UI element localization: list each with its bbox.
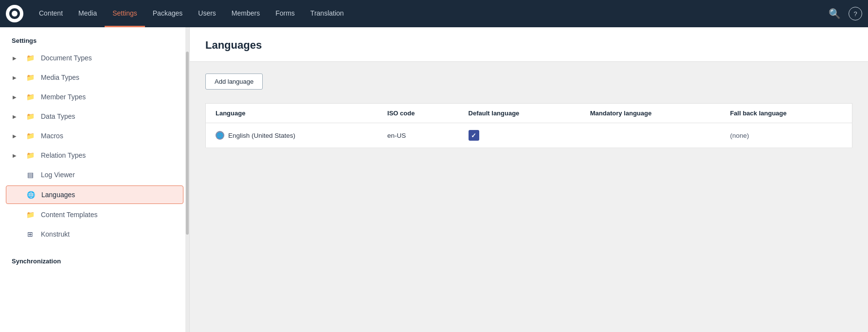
sidebar-item-relation-types[interactable]: ▶ 📁 Relation Types: [0, 146, 189, 165]
languages-table: Language ISO code Default language Manda…: [205, 103, 852, 148]
sidebar-label-languages: Languages: [41, 191, 75, 199]
sidebar-item-content-templates[interactable]: ▶ 📁 Content Templates: [0, 205, 189, 224]
sidebar-label-log-viewer: Log Viewer: [41, 171, 75, 179]
page-title: Languages: [205, 39, 852, 52]
language-name: English (United States): [228, 132, 295, 139]
table-header-row: Language ISO code Default language Manda…: [206, 104, 852, 123]
folder-icon: 📁: [25, 73, 35, 82]
folder-icon: 📁: [25, 150, 35, 160]
globe-icon: 🌐: [26, 190, 36, 200]
sync-section-title: Synchronization: [0, 248, 189, 269]
nav-item-settings[interactable]: Settings: [105, 0, 145, 27]
folder-icon: 📁: [25, 111, 35, 121]
cell-default-language: [459, 123, 580, 148]
sidebar-item-document-types[interactable]: ▶ 📁 Document Types: [0, 48, 189, 68]
content-area: Languages Add language Language ISO code…: [190, 27, 868, 332]
folder-icon: 📁: [25, 131, 35, 141]
sidebar-item-languages[interactable]: ▶ 🌐 Languages: [6, 185, 183, 204]
expand-icon: ▶: [12, 74, 18, 80]
col-fallback-language: Fall back language: [720, 104, 852, 123]
nav-item-users[interactable]: Users: [190, 0, 224, 27]
expand-icon: ▶: [12, 152, 18, 158]
sidebar-label-media-types: Media Types: [41, 74, 79, 81]
default-language-checkbox[interactable]: [469, 130, 479, 141]
sidebar-item-member-types[interactable]: ▶ 📁 Member Types: [0, 87, 189, 107]
nav-item-members[interactable]: Members: [224, 0, 268, 27]
expand-icon: ▶: [12, 94, 18, 100]
folder-icon: 📁: [25, 210, 35, 220]
sidebar-item-macros[interactable]: ▶ 📁 Macros: [0, 126, 189, 146]
content-body: Add language Language ISO code Default l…: [190, 62, 868, 160]
expand-icon: ▶: [12, 55, 18, 61]
nav-items: Content Media Settings Packages Users Me…: [31, 0, 829, 27]
help-icon[interactable]: ?: [849, 7, 862, 20]
cell-language-name: 🌐 English (United States): [206, 123, 378, 148]
sidebar-item-konstrukt[interactable]: ▶ ⊞ Konstrukt: [0, 224, 189, 244]
expand-icon: ▶: [12, 133, 18, 139]
col-mandatory-language: Mandatory language: [580, 104, 721, 123]
sidebar-label-data-types: Data Types: [41, 112, 75, 120]
col-language: Language: [206, 104, 378, 123]
sidebar-label-content-templates: Content Templates: [41, 211, 97, 219]
sidebar-label-macros: Macros: [41, 132, 63, 140]
folder-icon: 📁: [25, 92, 35, 102]
cell-fallback-language: (none): [720, 123, 852, 148]
col-iso-code: ISO code: [378, 104, 459, 123]
top-navigation: Content Media Settings Packages Users Me…: [0, 0, 868, 27]
page-header: Languages: [190, 27, 868, 62]
folder-icon: 📁: [25, 53, 35, 63]
nav-item-packages[interactable]: Packages: [145, 0, 190, 27]
expand-icon: ▶: [12, 113, 18, 119]
logo[interactable]: [6, 5, 23, 22]
sidebar-item-media-types[interactable]: ▶ 📁 Media Types: [0, 68, 189, 87]
sidebar-label-relation-types: Relation Types: [41, 151, 86, 159]
content-inner: Languages Add language Language ISO code…: [190, 27, 868, 332]
nav-item-content[interactable]: Content: [31, 0, 71, 27]
nav-item-translation[interactable]: Translation: [303, 0, 352, 27]
fallback-value: (none): [730, 132, 749, 139]
main-layout: Settings ▶ 📁 Document Types ▶ 📁 Media Ty…: [0, 27, 868, 332]
col-default-language: Default language: [459, 104, 580, 123]
sidebar: Settings ▶ 📁 Document Types ▶ 📁 Media Ty…: [0, 27, 190, 332]
sidebar-item-log-viewer[interactable]: ▶ ▤ Log Viewer: [0, 165, 189, 184]
nav-right: 🔍 ?: [829, 7, 862, 20]
cell-iso-code: en-US: [378, 123, 459, 148]
sidebar-label-konstrukt: Konstrukt: [41, 230, 70, 238]
cell-mandatory-language: [580, 123, 721, 148]
sidebar-label-member-types: Member Types: [41, 93, 86, 101]
table-row: 🌐 English (United States) en-US (none): [206, 123, 852, 148]
sidebar-item-data-types[interactable]: ▶ 📁 Data Types: [0, 107, 189, 126]
grid-icon: ⊞: [25, 229, 35, 239]
add-language-button[interactable]: Add language: [205, 74, 263, 90]
settings-section-title: Settings: [0, 27, 189, 48]
nav-item-forms[interactable]: Forms: [268, 0, 303, 27]
search-icon[interactable]: 🔍: [829, 8, 841, 19]
list-icon: ▤: [25, 170, 35, 180]
sidebar-label-document-types: Document Types: [41, 54, 92, 62]
language-flag-icon: 🌐: [216, 131, 224, 140]
nav-item-media[interactable]: Media: [71, 0, 105, 27]
